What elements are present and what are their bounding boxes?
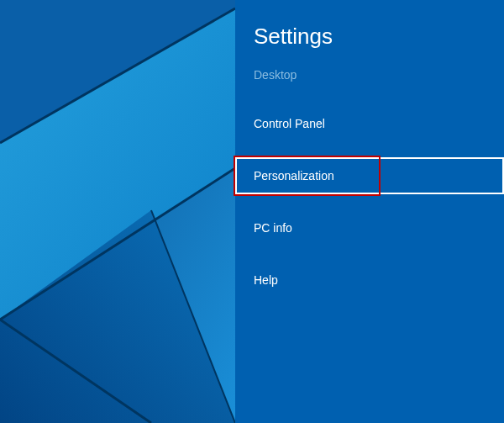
settings-item-label: Personalization bbox=[254, 169, 334, 182]
settings-item-pc-info[interactable]: PC info bbox=[235, 209, 504, 246]
settings-charm-panel: Settings Desktop Control Panel Personali… bbox=[235, 0, 504, 423]
settings-title: Settings bbox=[235, 24, 504, 50]
desktop-wallpaper bbox=[0, 0, 235, 423]
settings-item-control-panel[interactable]: Control Panel bbox=[235, 105, 504, 142]
settings-item-help[interactable]: Help bbox=[235, 262, 504, 299]
settings-context-label: Desktop bbox=[235, 68, 504, 82]
settings-item-personalization[interactable]: Personalization bbox=[235, 157, 504, 194]
